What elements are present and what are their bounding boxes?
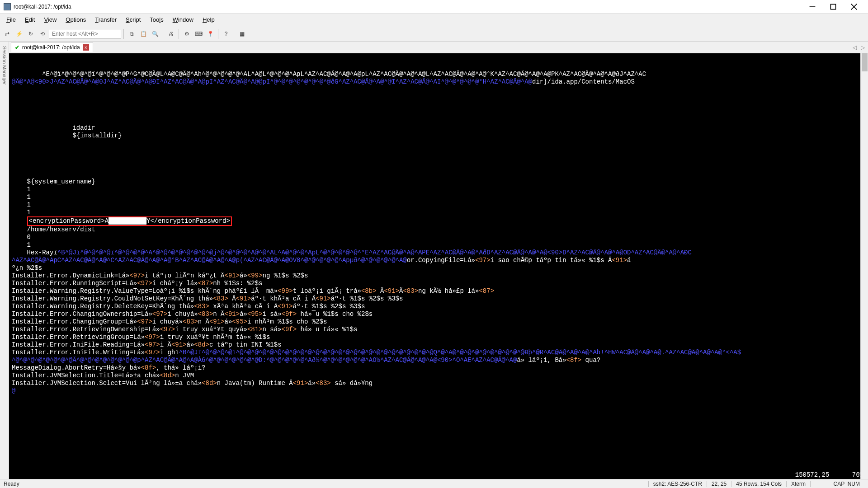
status-size: 45 Rows, 154 Cols bbox=[731, 481, 786, 487]
vertical-scrollbar[interactable] bbox=[860, 53, 868, 479]
keyboard-icon[interactable]: ⌨ bbox=[193, 28, 204, 39]
tab-bar: ✔ root@kali-2017: /opt/ida × ◁ ▷ bbox=[9, 42, 868, 53]
menu-file[interactable]: File bbox=[2, 14, 20, 25]
status-cursor-pos: 22, 25 bbox=[707, 481, 731, 487]
session-tab[interactable]: ✔ root@kali-2017: /opt/ida × bbox=[11, 42, 93, 52]
copy-icon[interactable]: ⧉ bbox=[126, 28, 137, 39]
tab-next-icon[interactable]: ▷ bbox=[859, 44, 866, 51]
window-title: root@kali-2017: /opt/ida bbox=[14, 4, 802, 10]
terminal-position: 150572,25 76% bbox=[795, 471, 863, 479]
menubar: File Edit View Options Transfer Script T… bbox=[0, 14, 868, 26]
status-connection: ssh2: AES-256-CTR bbox=[648, 481, 707, 487]
find-icon[interactable]: 🔍 bbox=[150, 28, 160, 39]
session-manager-label: Session Manager bbox=[2, 46, 7, 85]
pin-icon[interactable]: 📍 bbox=[205, 28, 216, 39]
menu-edit[interactable]: Edit bbox=[20, 14, 39, 25]
toolbar-separator bbox=[179, 29, 179, 39]
tab-title: root@kali-2017: /opt/ida bbox=[22, 44, 80, 51]
statusbar: Ready ssh2: AES-256-CTR 22, 25 45 Rows, … bbox=[0, 479, 868, 488]
menu-tools[interactable]: Tools bbox=[145, 14, 168, 25]
status-caps: CAP NUM bbox=[810, 481, 864, 487]
status-term-type: Xterm bbox=[786, 481, 810, 487]
menu-transfer[interactable]: Transfer bbox=[90, 14, 121, 25]
toolbar-separator bbox=[163, 29, 163, 39]
maximize-button[interactable] bbox=[823, 0, 844, 14]
paste-icon[interactable]: 📋 bbox=[138, 28, 149, 39]
session-manager-sidebar[interactable]: Session Manager bbox=[0, 42, 9, 479]
toolbar-separator bbox=[234, 29, 234, 39]
menu-window[interactable]: Window bbox=[168, 14, 198, 25]
reconnect-icon[interactable]: ↻ bbox=[25, 28, 36, 39]
host-input[interactable] bbox=[49, 29, 121, 39]
disconnect-icon[interactable]: ⟲ bbox=[37, 28, 48, 39]
tab-prev-icon[interactable]: ◁ bbox=[851, 44, 858, 51]
toolbar-separator bbox=[218, 29, 218, 39]
status-ready: Ready bbox=[4, 481, 648, 487]
quick-connect-icon[interactable]: ⚡ bbox=[14, 28, 24, 39]
window-titlebar: root@kali-2017: /opt/ida bbox=[0, 0, 868, 14]
menu-help[interactable]: Help bbox=[198, 14, 219, 25]
menu-view[interactable]: View bbox=[39, 14, 61, 25]
tab-close-icon[interactable]: × bbox=[83, 44, 89, 51]
close-button[interactable] bbox=[844, 0, 864, 14]
minimize-button[interactable] bbox=[802, 0, 823, 14]
terminal[interactable]: ^E^@ï^@^@^@^@ï^@^@^@^@P^G^@C@Ä@L^A@C@Ä@^… bbox=[9, 53, 868, 479]
session-icon[interactable]: ▦ bbox=[236, 28, 247, 39]
app-icon bbox=[4, 3, 11, 10]
settings-icon[interactable]: ⚙ bbox=[181, 28, 192, 39]
connect-icon[interactable]: ⇄ bbox=[2, 28, 13, 39]
help-icon[interactable]: ? bbox=[221, 28, 231, 39]
menu-script[interactable]: Script bbox=[121, 14, 145, 25]
print-icon[interactable]: 🖨 bbox=[165, 28, 176, 39]
scrollbar-thumb[interactable] bbox=[862, 53, 868, 71]
toolbar-separator bbox=[123, 29, 124, 39]
menu-options[interactable]: Options bbox=[61, 14, 90, 25]
check-icon: ✔ bbox=[15, 44, 19, 51]
svg-rect-1 bbox=[830, 4, 835, 9]
toolbar: ⇄ ⚡ ↻ ⟲ ⧉ 📋 🔍 🖨 ⚙ ⌨ 📍 ? ▦ bbox=[0, 26, 868, 42]
